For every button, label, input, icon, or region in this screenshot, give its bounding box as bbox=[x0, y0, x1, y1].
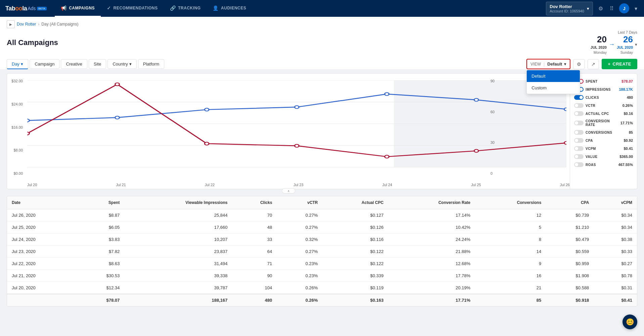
legend-value-vctr: 0.26% bbox=[622, 103, 633, 108]
col-header-cpa[interactable]: CPA bbox=[546, 196, 594, 209]
nav-item-audiences[interactable]: 👤 AUDIENCES bbox=[207, 0, 252, 17]
cell-impressions: 39,338 bbox=[124, 270, 232, 282]
settings-icon[interactable]: ⚙ bbox=[597, 4, 604, 13]
create-button[interactable]: + CREATE bbox=[602, 59, 637, 69]
date-from-block: 20 JUL 2020 Monday bbox=[591, 34, 607, 55]
cell-cpc: $0.339 bbox=[323, 270, 388, 282]
toggle-roas[interactable] bbox=[574, 162, 584, 167]
nav-items: 📢 CAMPAIGNS ✓ RECOMMENDATIONS 🔗 TRACKING… bbox=[55, 0, 546, 17]
cell-cpc: $0.122 bbox=[323, 258, 388, 270]
view-caret-icon: ▾ bbox=[564, 61, 566, 67]
chart-dot-red-5 bbox=[474, 150, 479, 153]
toggle-conversions[interactable] bbox=[574, 130, 584, 135]
total-impressions: 188,167 bbox=[124, 294, 232, 306]
nav-label-audiences: AUDIENCES bbox=[221, 6, 246, 10]
grid-icon[interactable]: ⠿ bbox=[608, 4, 615, 13]
tab-site[interactable]: Site bbox=[89, 59, 106, 69]
view-select[interactable]: VIEW | Default ▾ bbox=[526, 59, 570, 69]
col-header-spent[interactable]: Spent bbox=[77, 196, 124, 209]
campaigns-icon: 📢 bbox=[61, 5, 67, 11]
y-label-24: $24.00 bbox=[11, 102, 23, 106]
filter-button[interactable]: ⚙ bbox=[573, 59, 585, 69]
cell-clicks: 70 bbox=[232, 209, 277, 221]
tab-country[interactable]: Country ▾ bbox=[108, 59, 137, 69]
nav-label-tracking: TRACKING bbox=[178, 6, 201, 10]
cell-clicks: 90 bbox=[232, 270, 277, 282]
col-header-vctr[interactable]: vCTR bbox=[277, 196, 323, 209]
toggle-vcpm[interactable] bbox=[574, 146, 584, 151]
legend-label-spent: SPENT bbox=[586, 80, 598, 83]
breadcrumb-parent[interactable]: Dov Rotter bbox=[17, 22, 36, 27]
tab-creative[interactable]: Creative bbox=[61, 59, 87, 69]
export-button[interactable]: ↗ bbox=[588, 59, 599, 69]
chart-svg bbox=[27, 80, 566, 174]
toggle-conversion-rate[interactable] bbox=[574, 121, 584, 125]
toggle-clicks[interactable] bbox=[574, 95, 584, 100]
legend-label-conversion-rate: CONVERSION RATE bbox=[586, 119, 620, 127]
nav-item-tracking[interactable]: 🔗 TRACKING bbox=[164, 0, 207, 17]
account-id: Account ID: 1065940 bbox=[550, 9, 584, 13]
cell-cpc: $0.127 bbox=[323, 209, 388, 221]
col-header-cpc[interactable]: Actual CPC bbox=[323, 196, 388, 209]
toggle-vctr[interactable] bbox=[574, 103, 584, 108]
nav-item-recommendations[interactable]: ✓ RECOMMENDATIONS bbox=[101, 0, 164, 17]
x-axis: Jul 20 Jul 21 Jul 22 Jul 23 Jul 24 Jul 2… bbox=[27, 183, 570, 187]
sidebar-toggle[interactable]: ▶ bbox=[7, 20, 15, 28]
cell-spent: $12.34 bbox=[77, 282, 124, 294]
cell-conv-rate: 20.19% bbox=[388, 282, 475, 294]
date-range-dropdown-icon[interactable]: ▾ bbox=[635, 42, 637, 47]
cell-vcpm: $0.33 bbox=[594, 246, 637, 258]
cell-conv-rate: 12.68% bbox=[388, 258, 475, 270]
toggle-value[interactable] bbox=[574, 154, 584, 159]
y-label-8: $8.00 bbox=[13, 148, 23, 152]
dropdown-item-default[interactable]: Default bbox=[527, 70, 580, 82]
y-right-90: 90 bbox=[490, 79, 495, 83]
data-table-container: Date Spent Viewable Impressions Clicks v… bbox=[7, 196, 637, 306]
toggle-cpa[interactable] bbox=[574, 138, 584, 143]
user-avatar[interactable]: J bbox=[619, 3, 629, 13]
col-header-conv-rate[interactable]: Conversion Rate bbox=[388, 196, 475, 209]
tab-campaign[interactable]: Campaign bbox=[30, 59, 59, 69]
tab-platform[interactable]: Platform bbox=[138, 59, 164, 69]
cell-cpa: $1.210 bbox=[546, 221, 594, 234]
cell-spent: $3.83 bbox=[77, 234, 124, 246]
cell-vcpm: $0.78 bbox=[594, 270, 637, 282]
col-header-clicks[interactable]: Clicks bbox=[232, 196, 277, 209]
account-dropdown-icon: ▾ bbox=[587, 6, 589, 11]
legend-value-conversions: 85 bbox=[629, 130, 633, 134]
col-header-impressions[interactable]: Viewable Impressions bbox=[124, 196, 232, 209]
cell-cpc: $0.116 bbox=[323, 234, 388, 246]
dropdown-item-custom[interactable]: Custom bbox=[527, 82, 580, 94]
logo[interactable]: Taboola Ads BETA bbox=[5, 5, 47, 12]
y-label-0: $0.00 bbox=[13, 171, 23, 175]
col-header-vcpm[interactable]: vCPM bbox=[594, 196, 637, 209]
legend-cpa: CPA $0.92 bbox=[574, 138, 633, 143]
create-label: CREATE bbox=[613, 61, 631, 67]
legend-value-vcpm: $0.41 bbox=[624, 146, 633, 151]
user-dropdown-icon[interactable]: ▾ bbox=[633, 4, 639, 13]
total-conv-rate: 17.71% bbox=[388, 294, 475, 306]
cell-clicks: 48 bbox=[232, 221, 277, 234]
page-header: ▶ Dov Rotter › Day (All Campaigns) All C… bbox=[0, 17, 644, 55]
cell-date: Jul 25, 2020 bbox=[7, 221, 77, 234]
toggle-actual-cpc[interactable] bbox=[574, 111, 584, 116]
legend-label-conversions: CONVERSIONS bbox=[586, 131, 612, 134]
y-right-60: 60 bbox=[490, 110, 495, 114]
x-label-2: Jul 22 bbox=[205, 183, 215, 187]
account-selector[interactable]: Dov Rotter Account ID: 1065940 ▾ bbox=[546, 2, 593, 15]
table-row: Jul 21, 2020 $30.53 39,338 90 0.23% $0.3… bbox=[7, 270, 637, 282]
chart-dot-blue-2 bbox=[205, 108, 209, 111]
nav-item-campaigns[interactable]: 📢 CAMPAIGNS bbox=[55, 0, 101, 17]
y-right-30: 30 bbox=[490, 140, 495, 144]
cell-conversions: 8 bbox=[475, 234, 546, 246]
cell-date: Jul 20, 2020 bbox=[7, 282, 77, 294]
legend-clicks: CLICKS 480 bbox=[574, 95, 633, 100]
col-header-date[interactable]: Date bbox=[7, 196, 77, 209]
table-row: Jul 24, 2020 $3.83 10,207 33 0.32% $0.11… bbox=[7, 234, 637, 246]
cell-conversions: 5 bbox=[475, 221, 546, 234]
cell-vctr: 0.26% bbox=[277, 282, 323, 294]
col-header-conversions[interactable]: Conversions bbox=[475, 196, 546, 209]
chart-collapse-button[interactable]: ∧ bbox=[282, 188, 295, 194]
date-range-section: Last 7 Days 20 JUL 2020 Monday → 26 JUL … bbox=[591, 30, 637, 55]
tab-day[interactable]: Day ▾ bbox=[7, 59, 28, 69]
